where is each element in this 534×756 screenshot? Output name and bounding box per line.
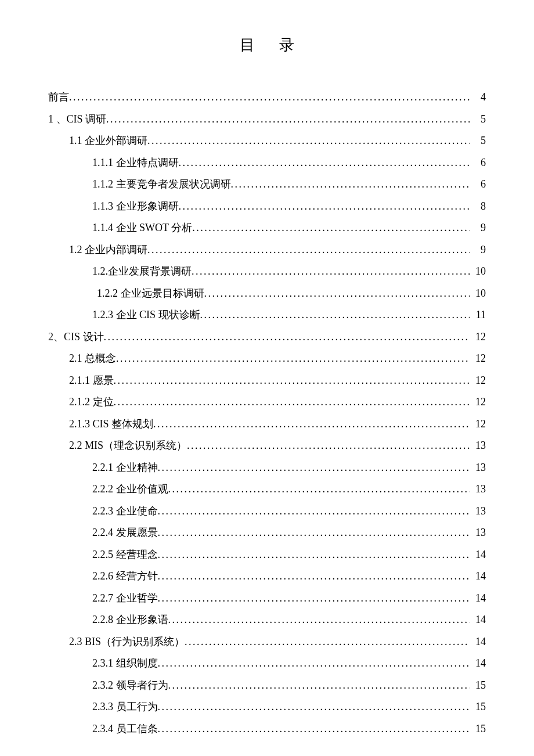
toc-entry: 2.2.1 企业精神13 bbox=[48, 457, 486, 479]
toc-entry: 1.1.1 企业特点调研6 bbox=[48, 152, 486, 174]
toc-dot-leader bbox=[153, 413, 470, 435]
toc-dot-leader bbox=[168, 675, 470, 697]
toc-entry: 1.1.2 主要竞争者发展状况调研6 bbox=[48, 174, 486, 196]
toc-dot-leader bbox=[158, 653, 470, 675]
toc-entry: 1.1 企业外部调研5 bbox=[48, 130, 486, 152]
toc-entry-label: 2.1.3 CIS 整体规划 bbox=[69, 413, 153, 435]
toc-entry: 2.1.2 定位12 bbox=[48, 391, 486, 413]
toc-entry: 1.2 企业内部调研9 bbox=[48, 239, 486, 261]
toc-entry-page: 5 bbox=[470, 130, 486, 152]
toc-entry-page: 12 bbox=[470, 326, 486, 348]
toc-entry-label: 1.2.3 企业 CIS 现状诊断 bbox=[92, 304, 200, 326]
toc-entry: 2.3.3 员工行为15 bbox=[48, 696, 486, 718]
toc-entry-label: 2.3.4 员工信条 bbox=[92, 718, 158, 740]
toc-entry-page: 14 bbox=[470, 544, 486, 566]
toc-entry-label: 2.2.7 企业哲学 bbox=[92, 588, 158, 610]
toc-dot-leader bbox=[185, 631, 470, 653]
toc-entry: 2.2.4 发展愿景13 bbox=[48, 522, 486, 544]
toc-entry-label: 1.1.3 企业形象调研 bbox=[92, 196, 179, 218]
toc-entry-page: 14 bbox=[470, 566, 486, 588]
toc-entry: 2.3.2 领导者行为15 bbox=[48, 675, 486, 697]
toc-entry: 2.2.7 企业哲学14 bbox=[48, 588, 486, 610]
toc-entry-label: 2.3 BIS（行为识别系统） bbox=[69, 631, 185, 653]
toc-entry: 2.2.2 企业价值观13 bbox=[48, 478, 486, 501]
toc-entry-page: 13 bbox=[470, 501, 486, 523]
toc-entry-label: 2.1.2 定位 bbox=[69, 391, 114, 413]
toc-entry-page: 9 bbox=[470, 217, 486, 239]
toc-dot-leader bbox=[114, 370, 470, 392]
toc-dot-leader bbox=[158, 588, 470, 610]
toc-entry: 1.2.2 企业远景目标调研10 bbox=[48, 283, 486, 305]
toc-entry-page: 12 bbox=[470, 413, 486, 435]
toc-entry-page: 13 bbox=[470, 478, 486, 501]
toc-entry-page: 13 bbox=[470, 435, 486, 457]
toc-entry: 1.2.企业发展背景调研10 bbox=[48, 261, 486, 283]
toc-entry-label: 2.2.8 企业形象语 bbox=[92, 609, 168, 631]
toc-entry-label: 1.1.2 主要竞争者发展状况调研 bbox=[92, 174, 231, 196]
toc-entry-page: 6 bbox=[470, 152, 486, 174]
toc-entry: 2.2 MIS（理念识别系统）13 bbox=[48, 435, 486, 457]
toc-entry: 2.1 总概念12 bbox=[48, 348, 486, 370]
toc-entry-label: 1 、CIS 调研 bbox=[48, 109, 106, 131]
toc-entry-label: 2.2.1 企业精神 bbox=[92, 457, 158, 479]
toc-entry-label: 2.3.3 员工行为 bbox=[92, 696, 158, 718]
toc-entry-page: 10 bbox=[470, 261, 486, 283]
toc-entry-page: 10 bbox=[470, 283, 486, 305]
toc-entry: 2.2.8 企业形象语14 bbox=[48, 609, 486, 631]
toc-entry: 1.2.3 企业 CIS 现状诊断11 bbox=[48, 304, 486, 326]
toc-dot-leader bbox=[179, 152, 470, 174]
toc-entry-page: 15 bbox=[470, 675, 486, 697]
toc-entry: 1.1.4 企业 SWOT 分析 9 bbox=[48, 217, 486, 239]
toc-dot-leader bbox=[231, 174, 470, 196]
toc-dot-leader bbox=[114, 391, 470, 413]
toc-entry-page: 13 bbox=[470, 457, 486, 479]
toc-dot-leader bbox=[158, 522, 470, 544]
toc-entry-label: 前言 bbox=[48, 87, 69, 109]
toc-body: 前言41 、CIS 调研51.1 企业外部调研51.1.1 企业特点调研61.1… bbox=[48, 87, 486, 740]
toc-entry: 2.2.5 经营理念14 bbox=[48, 544, 486, 566]
toc-dot-leader bbox=[179, 196, 470, 218]
toc-dot-leader bbox=[187, 435, 470, 457]
toc-entry-page: 15 bbox=[470, 696, 486, 718]
toc-dot-leader bbox=[158, 457, 470, 479]
toc-dot-leader bbox=[69, 87, 470, 109]
toc-entry-page: 15 bbox=[470, 718, 486, 740]
toc-entry: 1.1.3 企业形象调研8 bbox=[48, 196, 486, 218]
toc-entry-page: 12 bbox=[470, 348, 486, 370]
toc-entry-page: 8 bbox=[470, 196, 486, 218]
toc-entry: 2.3.4 员工信条15 bbox=[48, 718, 486, 740]
toc-entry: 2.3.1 组织制度14 bbox=[48, 653, 486, 675]
toc-entry-page: 14 bbox=[470, 631, 486, 653]
toc-dot-leader bbox=[116, 348, 470, 370]
toc-entry-page: 14 bbox=[470, 588, 486, 610]
toc-entry-page: 9 bbox=[470, 239, 486, 261]
toc-dot-leader bbox=[158, 544, 470, 566]
toc-entry-page: 12 bbox=[470, 370, 486, 392]
toc-entry-label: 2.2 MIS（理念识别系统） bbox=[69, 435, 187, 457]
toc-entry-label: 2.2.4 发展愿景 bbox=[92, 522, 158, 544]
toc-entry-label: 2.2.5 经营理念 bbox=[92, 544, 158, 566]
toc-entry-page: 14 bbox=[470, 653, 486, 675]
toc-entry-label: 1.1 企业外部调研 bbox=[69, 130, 147, 152]
toc-entry: 2、CIS 设计12 bbox=[48, 326, 486, 348]
toc-entry-label: 1.2.企业发展背景调研 bbox=[92, 261, 192, 283]
toc-entry-page: 6 bbox=[470, 174, 486, 196]
toc-entry-page: 13 bbox=[470, 522, 486, 544]
toc-dot-leader bbox=[168, 609, 470, 631]
toc-entry-page: 5 bbox=[470, 109, 486, 131]
toc-dot-leader bbox=[158, 501, 470, 523]
toc-entry: 1 、CIS 调研5 bbox=[48, 109, 486, 131]
toc-entry-page: 14 bbox=[470, 609, 486, 631]
toc-entry-label: 2.3.1 组织制度 bbox=[92, 653, 158, 675]
toc-entry: 2.1.3 CIS 整体规划 12 bbox=[48, 413, 486, 435]
toc-dot-leader bbox=[192, 217, 470, 239]
page-container: 目 录 前言41 、CIS 调研51.1 企业外部调研51.1.1 企业特点调研… bbox=[0, 0, 534, 756]
toc-dot-leader bbox=[147, 130, 470, 152]
toc-dot-leader bbox=[204, 283, 470, 305]
toc-entry: 2.2.6 经营方针14 bbox=[48, 566, 486, 588]
toc-entry-label: 2、CIS 设计 bbox=[48, 326, 104, 348]
toc-entry-label: 2.1.1 愿景 bbox=[69, 370, 114, 392]
toc-entry-label: 1.2.2 企业远景目标调研 bbox=[97, 283, 204, 305]
toc-entry-label: 1.1.1 企业特点调研 bbox=[92, 152, 179, 174]
toc-entry-label: 2.2.3 企业使命 bbox=[92, 501, 158, 523]
